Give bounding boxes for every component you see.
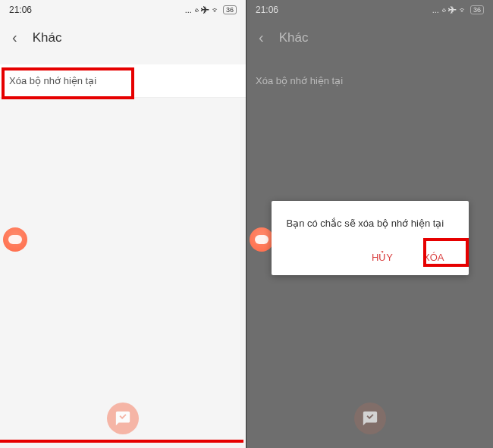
app-header: ‹ Khác — [246, 20, 493, 55]
header-title: Khác — [33, 30, 62, 45]
status-time: 21:06 — [256, 5, 278, 15]
battery-indicator: 36 — [223, 5, 237, 14]
floating-game-icon[interactable] — [250, 227, 274, 252]
back-icon[interactable]: ‹ — [12, 29, 17, 46]
status-icons: ... ⊘ ✈ ᯤ 36 — [185, 5, 237, 14]
status-icons: ... ⊘ ✈ ᯤ 36 — [432, 5, 484, 14]
status-misc-icons: ... ⊘ ✈ ᯤ — [185, 5, 220, 14]
header-title: Khác — [279, 30, 309, 45]
chat-bubble-icon[interactable] — [107, 403, 139, 434]
status-misc-icons: ... ⊘ ✈ ᯤ — [432, 5, 467, 14]
confirm-button[interactable]: XÓA — [417, 247, 450, 268]
status-bar: 21:06 ... ⊘ ✈ ᯤ 36 — [0, 0, 246, 20]
highlight-annotation-bottom — [0, 440, 243, 446]
dialog-actions: HỦY XÓA — [287, 247, 454, 268]
screenshot-pair: 21:06 ... ⊘ ✈ ᯤ 36 ‹ Khác Xóa bộ nhớ hiệ… — [0, 0, 493, 448]
phone-screen-right: 21:06 ... ⊘ ✈ ᯤ 36 ‹ Khác Xóa bộ nhớ hiệ… — [246, 0, 493, 448]
back-icon[interactable]: ‹ — [259, 29, 264, 46]
list-item-label: Xóa bộ nhớ hiện tại — [256, 75, 343, 86]
battery-indicator: 36 — [470, 5, 484, 14]
confirm-dialog: Bạn có chắc sẽ xóa bộ nhớ hiện tại HỦY X… — [272, 201, 469, 275]
app-header: ‹ Khác — [0, 20, 246, 55]
phone-screen-left: 21:06 ... ⊘ ✈ ᯤ 36 ‹ Khác Xóa bộ nhớ hiệ… — [0, 0, 246, 448]
clear-cache-item: Xóa bộ nhớ hiện tại — [246, 64, 493, 97]
floating-game-icon[interactable] — [3, 227, 27, 252]
cancel-button[interactable]: HỦY — [366, 247, 399, 268]
list-item-label: Xóa bộ nhớ hiện tại — [9, 75, 96, 86]
dialog-message: Bạn có chắc sẽ xóa bộ nhớ hiện tại — [287, 218, 454, 229]
chat-bubble-icon[interactable] — [354, 403, 386, 434]
clear-cache-item[interactable]: Xóa bộ nhớ hiện tại — [0, 64, 246, 98]
status-time: 21:06 — [9, 5, 32, 15]
status-bar: 21:06 ... ⊘ ✈ ᯤ 36 — [246, 0, 493, 20]
